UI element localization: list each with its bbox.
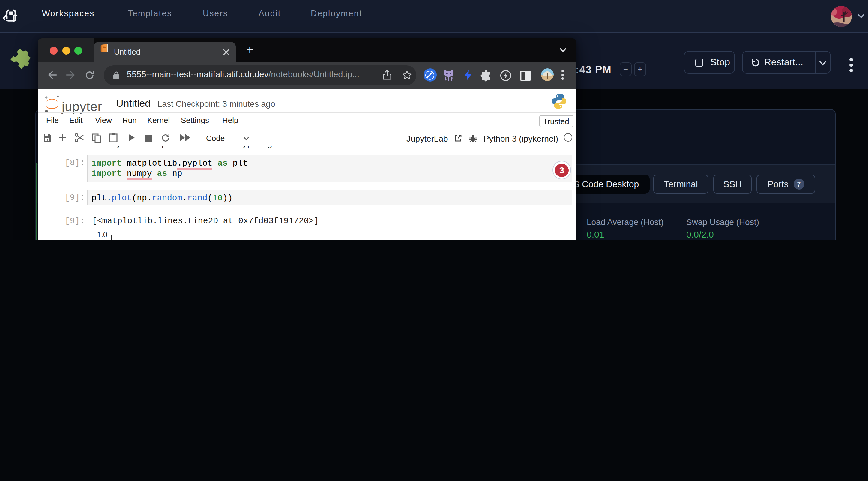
svg-text:1.0: 1.0 <box>97 230 107 239</box>
svg-text:jupyter: jupyter <box>61 99 102 114</box>
